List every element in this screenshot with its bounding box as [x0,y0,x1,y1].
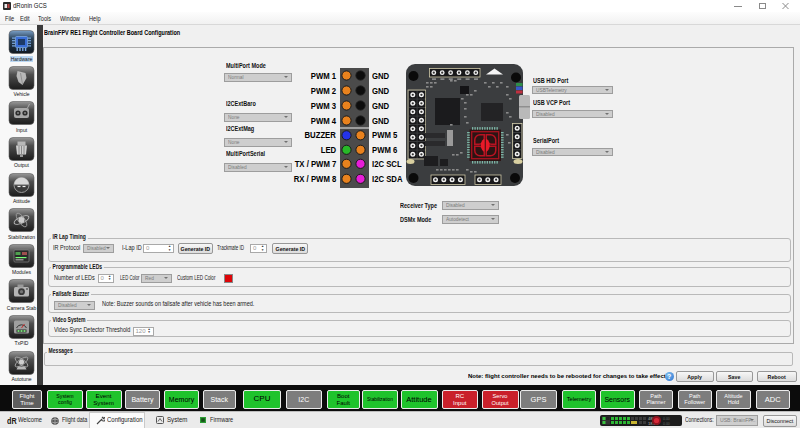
svg-text:0.00: 0.00 [663,417,670,421]
svg-text:0.00: 0.00 [663,422,670,426]
